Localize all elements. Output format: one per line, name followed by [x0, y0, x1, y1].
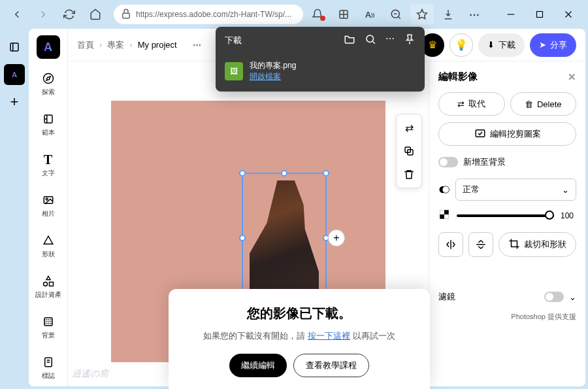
- breadcrumb: 首頁 › 專案 › My project ⋯: [77, 39, 201, 51]
- refresh-button[interactable]: [57, 4, 81, 25]
- opacity-slider[interactable]: [457, 214, 554, 217]
- edit-cutout-button[interactable]: 編輯挖剪圖案: [438, 122, 576, 146]
- right-panel: 編輯影像 ✕ ⇄取代 🗑Delete 編輯挖剪圖案 新增至背景 正常 ⌄ 100: [429, 61, 585, 386]
- sidebar-templates[interactable]: 範本: [29, 109, 67, 140]
- resize-handle[interactable]: [281, 170, 287, 177]
- modal-subtitle: 如果您的下載沒有開始，請 按一下這裡 以再試一次: [182, 330, 417, 342]
- home-button[interactable]: [84, 4, 107, 25]
- folder-icon[interactable]: [344, 33, 355, 47]
- breadcrumb-current[interactable]: My project: [138, 40, 177, 50]
- image-subject: [250, 180, 319, 302]
- downloads-title: 下載: [225, 35, 242, 46]
- pin-icon[interactable]: [404, 33, 416, 47]
- svg-marker-7: [46, 76, 50, 80]
- blend-mode-select[interactable]: 正常 ⌄: [455, 178, 576, 201]
- svg-rect-15: [476, 129, 485, 137]
- svg-point-6: [43, 74, 53, 84]
- zoom-out-icon[interactable]: [384, 4, 408, 25]
- opacity-value: 100: [561, 211, 576, 220]
- delete-icon[interactable]: [401, 167, 417, 182]
- tab-adobe-express[interactable]: A: [4, 64, 25, 85]
- share-button[interactable]: ➤分享: [530, 33, 576, 57]
- sidebar-photos[interactable]: 相片: [29, 190, 67, 221]
- sidebar-background[interactable]: 背景: [29, 311, 67, 343]
- notification-icon[interactable]: [306, 4, 329, 25]
- url-bar[interactable]: https://express.adobe.com/zh-Hant-TW/sp/…: [114, 5, 303, 24]
- flip-v-button[interactable]: [468, 232, 493, 257]
- replace-button[interactable]: ⇄取代: [438, 92, 505, 116]
- download-icon: ⬇: [487, 40, 495, 50]
- read-aloud-icon[interactable]: A)): [358, 4, 382, 25]
- sidebar-logo[interactable]: 標誌: [29, 352, 67, 383]
- downloads-popover: 下載 ⋯ 🖼 我的專案.png 開啟檔案: [216, 27, 425, 92]
- resize-handle[interactable]: [239, 170, 246, 177]
- crop-shape-button[interactable]: 裁切和形狀: [498, 232, 576, 257]
- more-icon[interactable]: ⋯: [193, 40, 201, 50]
- add-to-bg-toggle[interactable]: [438, 157, 458, 167]
- add-to-bg-label: 新增至背景: [463, 156, 506, 168]
- breadcrumb-projects[interactable]: 專案: [107, 39, 124, 51]
- watermark: 逍遙の窩: [72, 368, 108, 380]
- delete-button[interactable]: 🗑Delete: [510, 92, 577, 116]
- svg-rect-20: [444, 214, 449, 219]
- view-tutorial-button[interactable]: 查看教學課程: [293, 354, 369, 377]
- duplicate-icon[interactable]: [401, 143, 417, 159]
- svg-point-17: [442, 186, 449, 194]
- chevron-right-icon: ›: [129, 40, 132, 50]
- template-icon: [41, 111, 56, 127]
- download-button[interactable]: ⬇下載: [478, 33, 525, 57]
- back-button[interactable]: [5, 4, 29, 25]
- resize-handle[interactable]: [323, 170, 329, 177]
- new-tab-button[interactable]: +: [4, 92, 25, 112]
- hint-button[interactable]: 💡: [449, 33, 473, 57]
- slider-thumb[interactable]: [545, 211, 554, 220]
- tabs-toggle-icon[interactable]: [4, 37, 25, 58]
- tab-strip: A +: [0, 29, 29, 389]
- floating-toolbar: ⇄: [396, 114, 422, 188]
- download-filename: 我的專案.png: [250, 60, 296, 71]
- photo-icon: [41, 192, 56, 208]
- close-panel-icon[interactable]: ✕: [568, 71, 576, 83]
- minimize-button[interactable]: [497, 4, 525, 25]
- chevron-down-icon: ⌄: [569, 292, 576, 302]
- retry-link[interactable]: 按一下這裡: [308, 331, 350, 341]
- open-file-link[interactable]: 開啟檔案: [250, 71, 296, 82]
- selection-box[interactable]: +: [242, 173, 327, 303]
- chevron-right-icon: ›: [99, 40, 102, 50]
- extensions-icon[interactable]: [332, 4, 355, 25]
- sidebar-assets[interactable]: 設計資產: [29, 271, 67, 302]
- logo-icon: [41, 354, 56, 370]
- svg-rect-19: [440, 210, 444, 214]
- svg-point-21: [367, 35, 374, 42]
- app-sidebar: A 探索 範本 T文字 相片 形狀 設計資產 背景 標誌: [29, 29, 68, 386]
- lightbulb-icon: 💡: [455, 39, 468, 51]
- sidebar-text[interactable]: T文字: [29, 149, 67, 180]
- filter-toggle[interactable]: [544, 292, 564, 302]
- swap-icon[interactable]: ⇄: [401, 120, 417, 135]
- add-element-button[interactable]: +: [328, 229, 345, 246]
- flip-h-button[interactable]: [438, 232, 463, 257]
- sidebar-explore[interactable]: 探索: [29, 68, 67, 99]
- svg-rect-4: [537, 12, 543, 18]
- continue-edit-button[interactable]: 繼續編輯: [229, 354, 287, 377]
- search-icon[interactable]: [365, 33, 376, 47]
- close-window-button[interactable]: [554, 4, 583, 25]
- breadcrumb-home[interactable]: 首頁: [77, 39, 94, 51]
- cutout-icon: [474, 127, 486, 141]
- photoshop-credit: Photoshop 提供支援: [438, 312, 576, 322]
- favorite-icon[interactable]: [410, 4, 434, 25]
- app-logo[interactable]: A: [37, 35, 60, 59]
- more-icon[interactable]: ⋯: [385, 33, 395, 47]
- crown-icon: ♛: [428, 39, 437, 51]
- download-item[interactable]: 🖼 我的專案.png 開啟檔案: [216, 54, 425, 92]
- chevron-down-icon: ⌄: [562, 185, 569, 195]
- maximize-button[interactable]: [525, 4, 554, 25]
- more-icon[interactable]: ⋯: [463, 4, 486, 25]
- filter-section[interactable]: 濾鏡 ⌄: [438, 287, 576, 307]
- forward-button[interactable]: [31, 4, 55, 25]
- resize-handle[interactable]: [239, 235, 246, 241]
- downloads-icon[interactable]: [436, 4, 460, 25]
- text-icon: T: [41, 152, 56, 167]
- sidebar-shapes[interactable]: 形狀: [29, 230, 67, 262]
- svg-rect-5: [10, 43, 18, 51]
